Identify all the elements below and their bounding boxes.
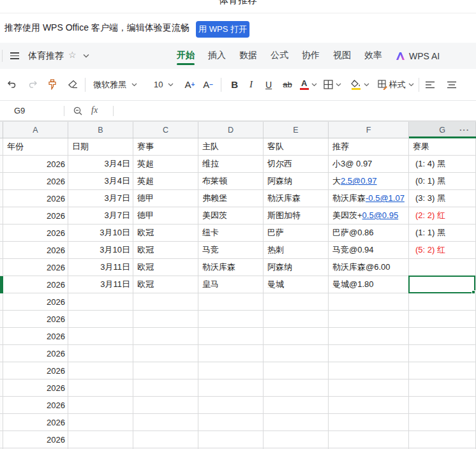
cell-away-team[interactable]: 阿森纳 (264, 173, 329, 190)
cell-result[interactable] (409, 259, 476, 276)
cell-home-team[interactable] (198, 397, 264, 414)
cell-away-team[interactable] (264, 345, 329, 362)
cell-away-team[interactable] (264, 397, 329, 414)
cell-away-team[interactable] (264, 293, 329, 311)
cell-style-icon[interactable] (378, 80, 388, 90)
fill-color-button[interactable] (351, 80, 361, 90)
cell-date[interactable]: 3月4日 (68, 173, 133, 190)
chevron-down-icon[interactable] (311, 83, 317, 87)
column-header-c[interactable]: C (133, 122, 198, 138)
cell-result[interactable]: (1: 4) 黑 (409, 156, 476, 173)
tab-efficiency[interactable]: 效率 (364, 43, 382, 68)
cell-recommend[interactable] (329, 379, 409, 397)
cell-home-team[interactable]: 布莱顿 (198, 173, 264, 190)
cell-competition[interactable]: 德甲 (133, 207, 198, 224)
borders-icon[interactable] (324, 80, 333, 89)
cell-competition[interactable] (133, 362, 198, 379)
cell-style-label[interactable]: 样式 (389, 79, 406, 91)
cell-competition[interactable] (133, 414, 198, 431)
cell-away-team[interactable]: 曼城 (264, 276, 329, 293)
tab-view[interactable]: 视图 (333, 43, 351, 68)
cell-home-team[interactable]: 皇马 (198, 276, 264, 293)
cell-home-team[interactable] (198, 362, 264, 379)
cell-result[interactable] (409, 362, 476, 379)
cell-away-team[interactable]: 巴萨 (264, 224, 329, 242)
cell-home-team[interactable]: 弗赖堡 (198, 190, 264, 207)
recommend-link[interactable]: 0.5@0.95 (362, 210, 399, 220)
cell-year[interactable]: 2026 (3, 156, 68, 173)
cell-home-team[interactable] (198, 345, 264, 362)
cell-competition[interactable]: 欧冠 (133, 242, 198, 259)
underline-button[interactable]: U (265, 80, 272, 90)
cell-competition[interactable] (133, 311, 198, 328)
cell-recommend[interactable]: 曼城@1.80 (329, 276, 409, 293)
open-in-wps-button[interactable]: 用 WPS 打开 (196, 21, 249, 38)
font-color-button[interactable]: A (300, 79, 309, 90)
cell-recommend[interactable] (329, 362, 409, 379)
cell-result[interactable] (409, 431, 476, 448)
column-header-f[interactable]: F (329, 122, 409, 138)
cell-result[interactable]: (3: 3) 黑 (409, 190, 476, 207)
bold-button[interactable]: B (231, 79, 238, 90)
cell-competition[interactable] (133, 397, 198, 414)
cell-year[interactable]: 2026 (3, 190, 68, 207)
tab-insert[interactable]: 插入 (208, 43, 226, 68)
cell-date[interactable]: 3月10日 (68, 224, 133, 242)
recommend-link[interactable]: 2.5@0.97 (341, 176, 377, 186)
cell-away-team[interactable]: 阿森纳 (264, 259, 329, 276)
align-center-icon[interactable] (447, 81, 457, 89)
cell-date[interactable] (68, 311, 133, 328)
column-header-e[interactable]: E (264, 122, 329, 138)
cell-competition[interactable] (133, 345, 198, 362)
font-size-select[interactable]: 10 (154, 80, 163, 89)
eraser-icon[interactable] (68, 80, 78, 90)
cell-year[interactable]: 2026 (3, 276, 68, 293)
cell-home-team[interactable] (198, 293, 264, 311)
cell-recommend[interactable] (329, 328, 409, 345)
cell-result[interactable]: 赛果 (409, 138, 476, 156)
selection-border[interactable] (408, 276, 475, 293)
cell-competition[interactable]: 欧冠 (133, 276, 198, 293)
column-header-a[interactable]: A (3, 122, 68, 138)
decrease-font-button[interactable]: A− (203, 79, 213, 90)
cell-date[interactable] (68, 345, 133, 362)
cell-year[interactable]: 2026 (3, 207, 68, 224)
chevron-down-icon[interactable] (83, 54, 89, 58)
cell-year[interactable]: 2026 (3, 345, 68, 362)
cell-year[interactable]: 2026 (3, 414, 68, 431)
cell-competition[interactable] (133, 293, 198, 311)
cell-year[interactable]: 2026 (3, 259, 68, 276)
cell-away-team[interactable]: 切尔西 (264, 156, 329, 173)
cell-competition[interactable]: 欧冠 (133, 259, 198, 276)
cell-competition[interactable] (133, 379, 198, 397)
chevron-down-icon[interactable] (168, 83, 174, 87)
fill-handle[interactable] (472, 290, 475, 294)
chevron-down-icon[interactable] (336, 83, 341, 87)
cell-recommend[interactable] (329, 293, 409, 311)
cell-away-team[interactable]: 勒沃库森 (264, 190, 329, 207)
cell-result[interactable]: (0: 1) 黑 (409, 173, 476, 190)
cell-date[interactable] (68, 431, 133, 448)
cell-result[interactable] (409, 345, 476, 362)
cell-result[interactable] (409, 414, 476, 431)
cell-home-team[interactable] (198, 311, 264, 328)
cell-result[interactable]: (1: 1) 黑 (409, 224, 476, 242)
cell-competition[interactable]: 欧冠 (133, 224, 198, 242)
insert-function-icon[interactable]: fx (91, 105, 98, 115)
tab-wps-ai[interactable]: WPS AI (396, 51, 440, 61)
cell-date[interactable] (68, 362, 133, 379)
more-columns-button[interactable]: ··· (459, 125, 470, 135)
cell-recommend[interactable]: 大2.5@0.97 (329, 173, 409, 190)
cell-competition[interactable]: 英超 (133, 156, 198, 173)
cell-year[interactable]: 2026 (3, 311, 68, 328)
cell-recommend[interactable]: 马竞@0.94 (329, 242, 409, 259)
chevron-down-icon[interactable] (408, 83, 414, 87)
cell-competition[interactable]: 德甲 (133, 190, 198, 207)
cell-date[interactable] (68, 379, 133, 397)
undo-button[interactable] (6, 80, 17, 90)
cell-away-team[interactable] (264, 328, 329, 345)
cell-date[interactable]: 3月11日 (68, 276, 133, 293)
cell-year[interactable]: 2026 (3, 397, 68, 414)
cell-recommend[interactable]: 小3@ 0.97 (329, 156, 409, 173)
magnifier-minus-icon[interactable] (73, 107, 83, 116)
